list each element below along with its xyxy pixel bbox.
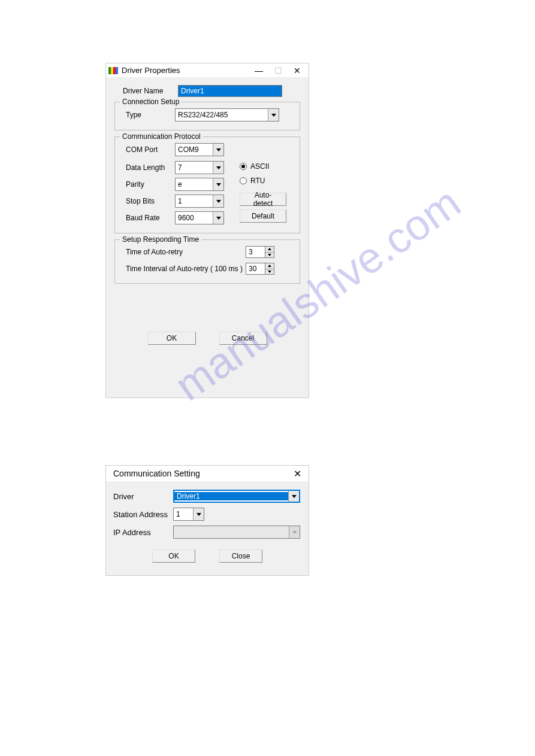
comm-protocol-legend: Communication Protocol: [120, 132, 203, 141]
parity-label: Parity: [120, 180, 175, 189]
baud-rate-combo[interactable]: 9600: [175, 211, 224, 224]
driver-name-label: Driver Name: [123, 87, 178, 95]
type-value: RS232/422/485: [176, 111, 268, 119]
rtu-radio[interactable]: RTU: [240, 177, 295, 185]
connection-setup-group: Connection Setup Type RS232/422/485: [114, 102, 300, 130]
auto-retry-input[interactable]: [246, 246, 265, 258]
chevron-down-icon: [193, 508, 204, 520]
chevron-down-icon: [288, 491, 299, 502]
stop-bits-label: Stop Bits: [120, 197, 175, 205]
baud-rate-label: Baud Rate: [120, 214, 175, 222]
svg-rect-2: [113, 67, 116, 74]
window-controls: — ☐ ✕: [255, 66, 301, 75]
dialog-title: Driver Properties: [122, 66, 255, 75]
ok-button[interactable]: OK: [152, 549, 195, 563]
responding-time-group: Setup Responding Time Time of Auto-retry…: [114, 239, 300, 284]
interval-label: Time Interval of Auto-retry ( 100 ms ): [120, 265, 246, 273]
svg-rect-3: [116, 67, 118, 74]
driver-value: Driver1: [174, 492, 288, 500]
app-icon: [108, 66, 118, 75]
titlebar: Communication Setting ✕: [106, 466, 309, 481]
connection-setup-legend: Connection Setup: [120, 98, 182, 106]
communication-setting-dialog: Communication Setting ✕ Driver Driver1 S…: [105, 465, 309, 576]
type-label: Type: [120, 111, 175, 119]
radio-icon: [240, 177, 247, 184]
maximize-icon[interactable]: ☐: [274, 66, 282, 75]
data-length-value: 7: [176, 163, 213, 172]
interval-spinner[interactable]: [246, 263, 274, 275]
ascii-label: ASCII: [250, 162, 269, 171]
ascii-radio[interactable]: ASCII: [240, 162, 295, 171]
com-port-value: COM9: [176, 145, 213, 154]
driver-label: Driver: [113, 492, 173, 501]
close-icon[interactable]: ✕: [294, 468, 301, 479]
station-address-label: Station Address: [113, 510, 173, 519]
responding-time-legend: Setup Responding Time: [120, 235, 201, 244]
cancel-button[interactable]: Cancel: [219, 332, 267, 345]
close-icon[interactable]: ✕: [293, 66, 301, 75]
driver-combo[interactable]: Driver1: [173, 490, 300, 503]
rtu-label: RTU: [250, 177, 265, 185]
dialog-title: Communication Setting: [113, 469, 200, 478]
driver-properties-dialog: Driver Properties — ☐ ✕ Driver Name Conn…: [105, 63, 309, 398]
minimize-icon[interactable]: —: [255, 66, 263, 75]
parity-combo[interactable]: e: [175, 178, 224, 191]
chevron-down-icon: [213, 178, 223, 190]
svg-rect-0: [108, 67, 111, 74]
ip-address-label: IP Address: [113, 528, 173, 537]
auto-retry-spinner[interactable]: [246, 246, 274, 258]
chevron-down-icon: [289, 526, 300, 538]
data-length-combo[interactable]: 7: [175, 161, 224, 174]
interval-input[interactable]: [246, 263, 265, 275]
chevron-down-icon: [213, 212, 223, 224]
auto-retry-label: Time of Auto-retry: [120, 248, 246, 256]
titlebar: Driver Properties — ☐ ✕: [106, 63, 309, 78]
stop-bits-value: 1: [176, 197, 213, 205]
type-combo[interactable]: RS232/422/485: [175, 108, 279, 122]
chevron-down-icon: [213, 144, 223, 156]
parity-value: e: [176, 180, 213, 189]
spinner-down-icon[interactable]: [265, 269, 274, 275]
baud-rate-value: 9600: [176, 214, 213, 222]
default-button[interactable]: Default: [240, 210, 286, 223]
spinner-up-icon[interactable]: [265, 247, 274, 253]
com-port-label: COM Port: [120, 145, 175, 154]
com-port-combo[interactable]: COM9: [175, 143, 224, 156]
comm-protocol-group: Communication Protocol COM Port COM9 Dat…: [114, 136, 300, 233]
driver-name-input[interactable]: [178, 85, 282, 97]
data-length-label: Data Length: [120, 163, 175, 172]
chevron-down-icon: [268, 109, 279, 121]
ip-address-combo: [173, 526, 300, 539]
stop-bits-combo[interactable]: 1: [175, 195, 224, 208]
chevron-down-icon: [213, 195, 223, 207]
station-value: 1: [174, 510, 193, 518]
chevron-down-icon: [213, 162, 223, 174]
auto-detect-button[interactable]: Auto-detect: [240, 193, 286, 206]
spinner-down-icon[interactable]: [265, 253, 274, 258]
spinner-up-icon[interactable]: [265, 263, 274, 269]
ok-button[interactable]: OK: [148, 332, 196, 345]
radio-icon: [240, 163, 247, 170]
svg-rect-1: [111, 67, 113, 74]
station-address-combo[interactable]: 1: [173, 508, 204, 521]
close-button[interactable]: Close: [219, 549, 262, 563]
